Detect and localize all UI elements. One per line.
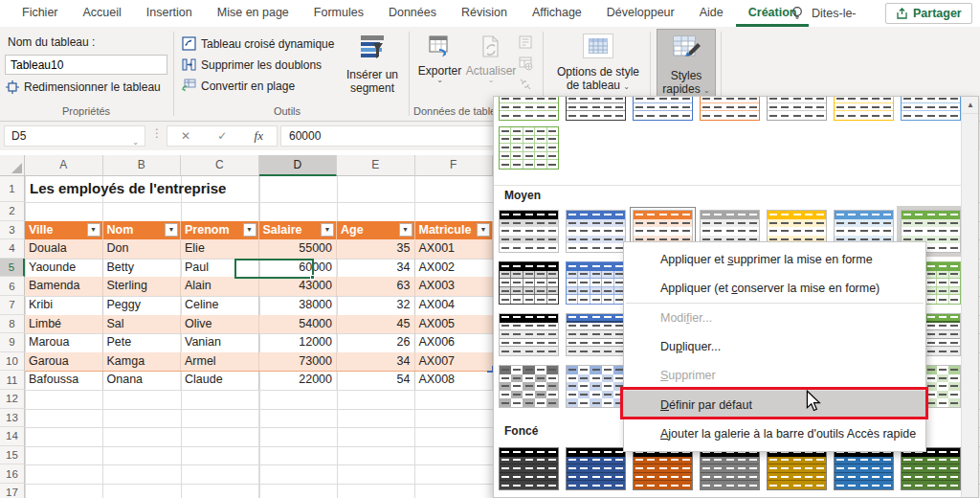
row-header-6[interactable]: 6	[0, 277, 25, 296]
table-cell[interactable]: 26	[337, 333, 415, 352]
table-cell[interactable]: 43000	[259, 277, 338, 296]
remove-duplicates-button[interactable]: Supprimer les doublons	[182, 57, 322, 72]
tab-accueil[interactable]: Accueil	[71, 0, 134, 27]
filter-dropdown-icon[interactable]: ▼	[243, 223, 256, 237]
table-style-thumbnail[interactable]	[499, 365, 559, 408]
row-header-11[interactable]: 11	[0, 371, 25, 390]
table-style-thumbnail[interactable]	[633, 96, 693, 121]
formula-bar-drag-dots[interactable]: ⋮	[151, 126, 163, 140]
table-style-thumbnail[interactable]	[499, 210, 559, 253]
table-cell[interactable]: Vanian	[181, 333, 259, 352]
row-header-16[interactable]: 16	[0, 464, 25, 484]
table-style-thumbnail[interactable]	[834, 96, 894, 121]
table-style-thumbnail[interactable]	[499, 313, 559, 356]
table-cell[interactable]: Pete	[103, 333, 182, 352]
table-cell[interactable]: Limbé	[25, 315, 103, 334]
table-style-thumbnail[interactable]	[499, 261, 559, 305]
column-header-E[interactable]: E	[337, 155, 415, 176]
table-header-nom[interactable]: Nom▼	[103, 221, 182, 240]
filter-dropdown-icon[interactable]: ▼	[165, 223, 178, 237]
pivot-button[interactable]: Tableau croisé dynamique	[182, 36, 334, 51]
table-cell[interactable]: AX005	[415, 315, 494, 334]
tab-mise-en-page[interactable]: Mise en page	[205, 0, 301, 27]
table-style-thumbnail[interactable]	[566, 365, 626, 408]
table-style-thumbnail[interactable]	[566, 313, 626, 356]
table-cell[interactable]: Sal	[103, 315, 182, 334]
tab-aide[interactable]: Aide	[687, 0, 736, 27]
table-style-thumbnail[interactable]	[700, 96, 760, 121]
tab-fichier[interactable]: Fichier	[10, 0, 71, 27]
table-style-thumbnail[interactable]	[566, 261, 626, 305]
name-box[interactable]: D5 ⌄	[4, 125, 145, 147]
row-header-1[interactable]: 1	[0, 176, 25, 202]
column-header-F[interactable]: F	[415, 155, 494, 176]
table-style-thumbnail[interactable]	[834, 447, 894, 490]
fill-handle[interactable]	[310, 275, 315, 280]
table-cell[interactable]: 34	[337, 352, 415, 372]
table-cell[interactable]: Onana	[103, 371, 182, 390]
table-style-thumbnail[interactable]	[901, 96, 961, 121]
table-style-thumbnail[interactable]	[499, 447, 559, 490]
table-cell[interactable]: Bamenda	[25, 277, 103, 296]
table-cell[interactable]: 32	[337, 296, 415, 315]
cancel-icon[interactable]: ✕	[181, 129, 190, 143]
refresh-button[interactable]: Actualiser ⌄	[466, 34, 516, 83]
row-header-2[interactable]: 2	[0, 202, 25, 221]
table-cell[interactable]: AX001	[415, 239, 494, 259]
table-cell[interactable]: Celine	[181, 296, 259, 315]
tell-me-label[interactable]: Dites-le-	[812, 7, 857, 20]
enter-icon[interactable]: ✓	[217, 129, 227, 143]
column-header-D[interactable]: D	[259, 155, 338, 176]
scroll-up-icon[interactable]: ▲	[962, 97, 979, 114]
open-in-browser-icon[interactable]	[518, 56, 533, 71]
table-cell[interactable]: Peggy	[103, 296, 182, 315]
table-cell[interactable]: Kamga	[103, 352, 182, 372]
table-style-thumbnail[interactable]	[767, 447, 827, 490]
table-cell[interactable]: 54	[337, 371, 415, 390]
table-cell[interactable]: Bafoussa	[25, 371, 103, 390]
table-cell[interactable]: 55000	[259, 239, 338, 259]
table-style-thumbnail[interactable]	[566, 210, 626, 253]
table-cell[interactable]: 38000	[259, 296, 338, 315]
table-style-thumbnail[interactable]	[566, 96, 626, 121]
share-button[interactable]: Partager	[885, 3, 972, 24]
table-name-input[interactable]	[5, 55, 167, 75]
row-header-9[interactable]: 9	[0, 333, 25, 352]
gallery-scrollbar[interactable]: ▲	[961, 97, 978, 498]
table-cell[interactable]: Armel	[181, 352, 259, 372]
context-menu-item[interactable]: Appliquer (et conserver la mise en forme…	[624, 274, 925, 303]
filter-dropdown-icon[interactable]: ▼	[87, 223, 100, 237]
context-menu-item[interactable]: Supprimer	[624, 361, 925, 390]
row-header-5[interactable]: 5	[0, 259, 25, 278]
table-style-options-button[interactable]: Options de style de tableau ⌄	[548, 34, 648, 92]
table-cell[interactable]: 54000	[259, 315, 338, 334]
tab-révision[interactable]: Révision	[449, 0, 520, 27]
table-cell[interactable]: AX004	[415, 296, 494, 315]
table-header-matricule[interactable]: Matricule▼	[415, 221, 494, 240]
context-menu-item[interactable]: Ajouter la galerie à la barre d'outils A…	[624, 419, 925, 448]
table-style-thumbnail[interactable]	[633, 447, 693, 490]
table-header-prenom[interactable]: Prenom▼	[181, 221, 259, 240]
context-menu-item[interactable]: Dupliquer...	[624, 332, 925, 361]
table-cell[interactable]: Alain	[181, 277, 259, 296]
row-header-4[interactable]: 4	[0, 239, 25, 259]
table-cell[interactable]: Betty	[103, 259, 182, 278]
row-header-17[interactable]: 17	[0, 484, 25, 498]
tab-données[interactable]: Données	[376, 0, 449, 27]
export-button[interactable]: Exporter ⌄	[413, 34, 466, 83]
table-style-thumbnail[interactable]	[901, 447, 961, 490]
table-cell[interactable]: Garoua	[25, 352, 103, 372]
row-header-8[interactable]: 8	[0, 315, 25, 334]
table-style-thumbnail[interactable]	[767, 96, 827, 121]
table-cell[interactable]: AX008	[415, 371, 494, 390]
table-cell[interactable]: Sterling	[103, 277, 182, 296]
row-header-7[interactable]: 7	[0, 296, 25, 315]
name-box-dropdown-icon[interactable]: ⌄	[132, 133, 139, 152]
table-style-thumbnail[interactable]	[499, 126, 559, 170]
table-style-thumbnail[interactable]	[700, 447, 760, 490]
tab-affichage[interactable]: Affichage	[520, 0, 594, 27]
table-cell[interactable]: 73000	[259, 352, 338, 372]
row-header-13[interactable]: 13	[0, 409, 25, 428]
filter-dropdown-icon[interactable]: ▼	[399, 223, 412, 237]
table-cell[interactable]: 45	[337, 315, 415, 334]
